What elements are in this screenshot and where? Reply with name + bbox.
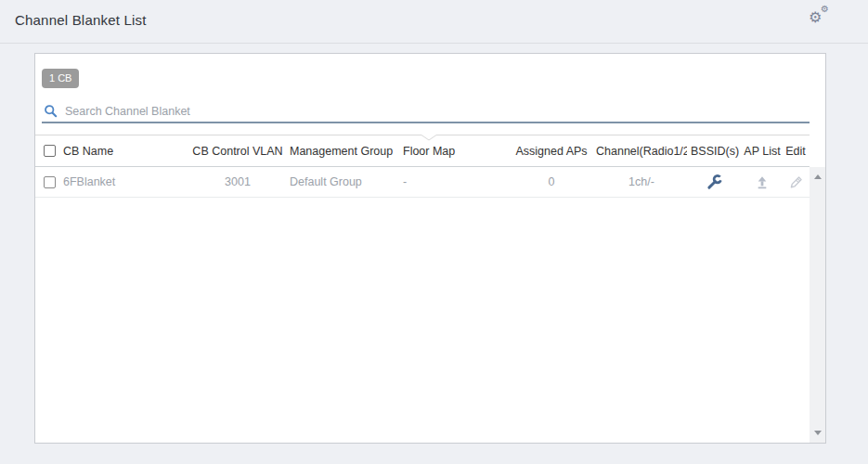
cb-count-badge: 1 CB bbox=[42, 69, 79, 88]
scroll-down-button[interactable] bbox=[810, 425, 825, 441]
pencil-icon[interactable] bbox=[788, 174, 804, 190]
col-header-bssids[interactable]: BSSID(s) bbox=[687, 145, 743, 158]
header-select-cell bbox=[35, 145, 61, 157]
col-header-channel-radio[interactable]: Channel(Radio1/2) bbox=[596, 145, 687, 158]
select-all-checkbox[interactable] bbox=[44, 145, 56, 157]
cell-bssids bbox=[687, 174, 743, 190]
row-checkbox[interactable] bbox=[44, 176, 56, 188]
scroll-up-button[interactable] bbox=[810, 169, 825, 185]
search-bar bbox=[42, 100, 810, 123]
cell-floor-map: - bbox=[403, 175, 507, 188]
page-title: Channel Blanket List bbox=[15, 12, 147, 28]
gear-small-icon: ⚙ bbox=[821, 5, 829, 14]
col-header-management-group[interactable]: Management Group bbox=[286, 145, 403, 158]
cell-edit bbox=[782, 174, 810, 190]
cell-ap-list bbox=[743, 174, 782, 190]
settings-gear-icon[interactable]: ⚙ ⚙ bbox=[809, 4, 833, 30]
wrench-icon[interactable] bbox=[706, 174, 723, 190]
upload-icon[interactable] bbox=[755, 174, 770, 190]
col-header-floor-map[interactable]: Floor Map bbox=[403, 145, 507, 158]
search-icon bbox=[44, 104, 58, 118]
col-header-cb-control-vlan[interactable]: CB Control VLAN bbox=[189, 145, 286, 158]
scroll-down-arrow-icon bbox=[814, 431, 822, 435]
cell-cb-control-vlan: 3001 bbox=[189, 175, 286, 188]
channel-blanket-panel: 1 CB CB Name CB Control VLAN Management … bbox=[34, 53, 826, 444]
row-select-cell bbox=[35, 176, 61, 188]
topbar: Channel Blanket List ⚙ ⚙ bbox=[0, 0, 868, 44]
cell-channel-radio: 1ch/- bbox=[596, 175, 687, 188]
col-header-edit[interactable]: Edit bbox=[782, 145, 810, 158]
header-notch bbox=[410, 130, 447, 142]
cell-cb-name: 6FBlanket bbox=[61, 175, 189, 188]
scroll-up-arrow-icon bbox=[814, 174, 822, 179]
col-header-cb-name[interactable]: CB Name bbox=[61, 145, 189, 158]
search-input[interactable] bbox=[65, 105, 810, 118]
col-header-ap-list[interactable]: AP List bbox=[743, 145, 782, 158]
cell-assigned-aps: 0 bbox=[507, 175, 596, 188]
table-body: 6FBlanket 3001 Default Group - 0 1ch/- bbox=[35, 167, 810, 443]
vertical-scrollbar[interactable] bbox=[810, 167, 825, 443]
table-row[interactable]: 6FBlanket 3001 Default Group - 0 1ch/- bbox=[35, 167, 810, 198]
col-header-assigned-aps[interactable]: Assigned APs bbox=[507, 145, 596, 158]
cell-management-group: Default Group bbox=[286, 175, 403, 188]
